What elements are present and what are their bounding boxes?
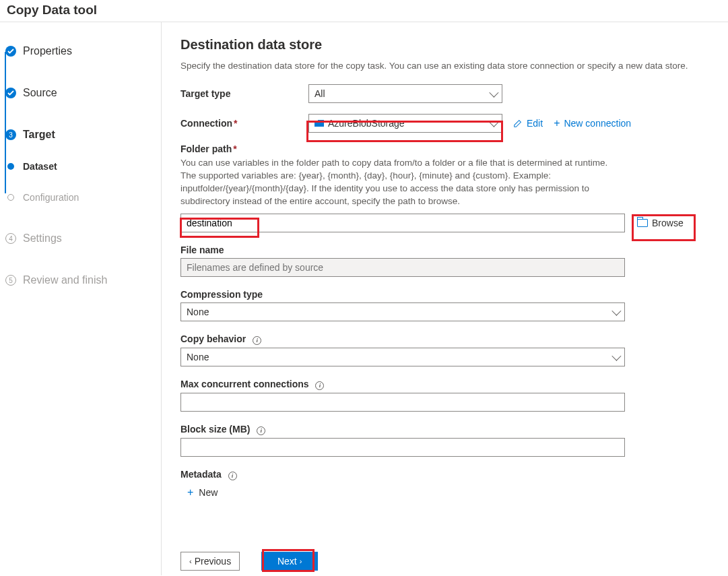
pencil-icon [513, 119, 523, 128]
metadata-label: Metadata i [180, 469, 713, 480]
folder-path-input[interactable] [180, 214, 625, 232]
copy-behavior-label: Copy behavior i [180, 333, 713, 345]
previous-button[interactable]: ‹ Previous [180, 552, 240, 571]
info-icon[interactable]: i [315, 381, 324, 390]
plus-icon: + [187, 488, 193, 497]
max-conn-label: Max concurrent connections i [180, 379, 713, 390]
step-label: Properties [23, 45, 72, 57]
step-label: Source [23, 87, 57, 99]
max-conn-input[interactable] [180, 393, 625, 412]
target-type-value: All [315, 88, 325, 99]
block-size-label: Block size (MB) i [180, 424, 713, 435]
substep-configuration[interactable]: Configuration [5, 188, 161, 207]
substep-dataset[interactable]: Dataset [5, 157, 161, 176]
info-icon[interactable]: i [257, 426, 265, 435]
connection-value: AzureBlobStorage [328, 118, 405, 129]
chevron-down-icon [611, 306, 621, 315]
check-icon [5, 46, 16, 57]
step-review[interactable]: 5 Review and finish [5, 270, 161, 290]
step-properties[interactable]: Properties [5, 41, 161, 61]
chevron-down-icon [611, 351, 621, 360]
folder-path-label: Folder path* [180, 143, 713, 154]
step-source[interactable]: Source [5, 83, 161, 103]
substep-label: Configuration [23, 192, 79, 203]
page-subtitle: Specify the destination data store for t… [180, 61, 713, 71]
folder-path-help: You can use variables in the folder path… [180, 157, 625, 208]
blob-storage-icon [315, 120, 324, 127]
step-target[interactable]: 3 Target [5, 125, 161, 145]
metadata-new-button[interactable]: + New [187, 487, 218, 498]
step-label: Review and finish [23, 274, 107, 286]
copy-behavior-select[interactable]: None [180, 348, 625, 366]
chevron-down-icon [489, 88, 498, 98]
info-icon[interactable]: i [228, 472, 237, 480]
file-name-label: File name [180, 245, 713, 255]
compression-select[interactable]: None [180, 302, 625, 321]
page-title: Destination data store [180, 37, 713, 53]
connection-select[interactable]: AzureBlobStorage [308, 114, 502, 133]
compression-label: Compression type [180, 289, 713, 300]
target-type-label: Target type [180, 88, 308, 99]
step-number-icon: 4 [5, 233, 16, 244]
chevron-right-icon: › [300, 557, 302, 565]
step-settings[interactable]: 4 Settings [5, 228, 161, 249]
info-icon[interactable]: i [253, 336, 261, 345]
browse-button[interactable]: Browse [637, 218, 684, 228]
step-number-icon: 5 [5, 275, 16, 286]
dot-icon [7, 163, 14, 170]
folder-icon [637, 219, 648, 227]
step-number-icon: 3 [5, 129, 16, 140]
new-connection-button[interactable]: + New connection [554, 118, 631, 129]
chevron-left-icon: ‹ [189, 557, 192, 565]
next-button[interactable]: Next › [261, 552, 318, 571]
plus-icon: + [554, 119, 560, 128]
file-name-input [180, 258, 625, 277]
dot-icon [7, 194, 14, 201]
step-label: Target [23, 129, 55, 141]
wizard-sidebar: Properties Source 3 Target Dataset [0, 22, 162, 575]
target-type-select[interactable]: All [308, 84, 502, 103]
chevron-down-icon [489, 118, 498, 127]
copy-behavior-value: None [187, 352, 209, 362]
edit-connection-button[interactable]: Edit [513, 118, 543, 129]
step-label: Settings [23, 232, 62, 245]
substep-label: Dataset [23, 161, 57, 172]
check-icon [5, 88, 16, 98]
connection-label: Connection* [180, 118, 308, 129]
main-content: Destination data store Specify the desti… [162, 22, 728, 575]
tool-title: Copy Data tool [0, 0, 728, 22]
compression-value: None [187, 307, 209, 317]
block-size-input[interactable] [180, 438, 625, 457]
